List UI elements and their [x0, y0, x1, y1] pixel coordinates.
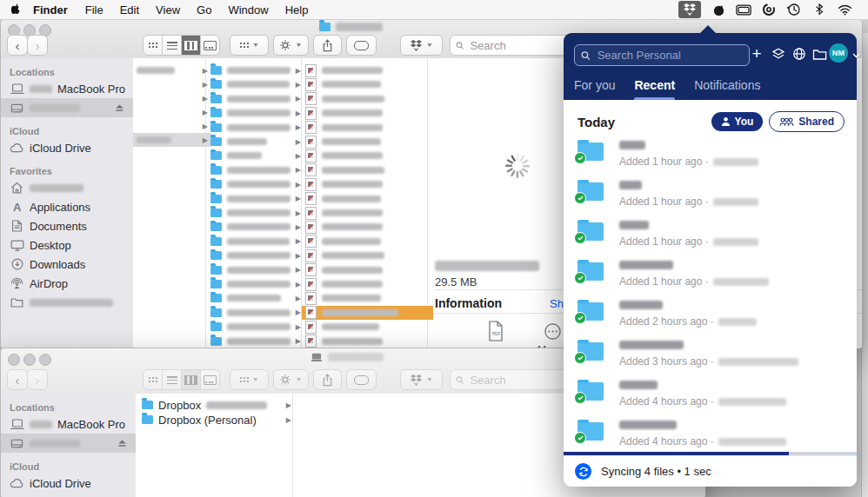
dropbox-toolbar-button[interactable]: ▼ — [400, 369, 443, 390]
folder-row[interactable]: ▶ — [208, 192, 304, 206]
file-row[interactable] — [302, 63, 433, 77]
sidebar-item-item[interactable] — [1, 434, 136, 453]
folder-row[interactable]: ▶ — [208, 306, 304, 320]
apple-menu-icon[interactable] — [9, 3, 24, 17]
action-menu-button[interactable]: ▼ — [273, 369, 309, 390]
search-input[interactable] — [468, 373, 567, 388]
column-view-button[interactable] — [182, 36, 201, 55]
file-row[interactable] — [302, 192, 433, 206]
forward-button[interactable]: › — [27, 369, 48, 390]
back-button[interactable]: ‹ — [7, 369, 28, 390]
file-row[interactable] — [302, 163, 433, 177]
tag-button[interactable] — [346, 35, 377, 56]
folder-row[interactable]: ▶ — [208, 92, 304, 106]
file-row[interactable] — [302, 277, 433, 291]
folder-row-dropbox[interactable]: Dropbox▶ — [139, 398, 294, 412]
column-view-button[interactable] — [182, 370, 201, 389]
sidebar-item-item[interactable] — [1, 178, 133, 197]
panel-search-input[interactable] — [596, 48, 743, 63]
folder-row[interactable]: ▶ — [208, 121, 304, 135]
file-row[interactable] — [302, 121, 433, 135]
recent-item[interactable]: Added 1 hour ago · — [564, 177, 857, 217]
plus-button[interactable]: + — [748, 45, 765, 63]
folder-row[interactable]: ▶ — [208, 149, 304, 162]
share-button[interactable] — [313, 369, 342, 390]
recent-item[interactable]: Added 1 hour ago · — [564, 137, 857, 177]
coverflow-view-button[interactable] — [201, 36, 219, 55]
sidebar-item-icloud-drive[interactable]: iCloud Drive — [1, 474, 136, 493]
panel-tab-for-you[interactable]: For you — [574, 78, 615, 100]
avatar[interactable]: NM — [829, 43, 848, 63]
file-row[interactable] — [302, 263, 433, 277]
menu-go[interactable]: Go — [197, 3, 211, 17]
column1-row[interactable]: ▶ — [133, 77, 211, 91]
file-row[interactable] — [302, 291, 433, 305]
menu-edit[interactable]: Edit — [120, 3, 139, 17]
filter-you-button[interactable]: You — [711, 112, 764, 131]
recent-item[interactable]: Added 1 hour ago · — [564, 257, 857, 297]
panel-tab-recent[interactable]: Recent — [634, 78, 675, 100]
folder-row[interactable]: ▶ — [208, 277, 304, 291]
folder-row[interactable]: ▶ — [208, 135, 304, 149]
group-by-button[interactable]: ▼ — [230, 369, 269, 390]
sidebar-item-macbook-pro[interactable]: MacBook Pro — [1, 79, 133, 98]
column1-row[interactable]: ▶ — [133, 105, 211, 119]
column1-row[interactable]: ▶ — [133, 119, 211, 133]
list-view-button[interactable] — [163, 370, 182, 389]
folder-row[interactable]: ▶ — [208, 77, 304, 91]
file-row[interactable] — [302, 220, 433, 234]
column1-row[interactable]: ▶ — [133, 91, 211, 105]
share-button[interactable] — [313, 35, 342, 56]
menu-help[interactable]: Help — [285, 3, 309, 17]
column1-row[interactable]: ▶ — [133, 63, 211, 77]
account-chevron[interactable] — [847, 47, 865, 64]
recent-item[interactable]: Added 4 hours ago · — [564, 377, 857, 417]
tag-button[interactable] — [346, 369, 377, 390]
icon-view-button[interactable] — [144, 370, 163, 389]
sidebar-item-documents[interactable]: Documents — [1, 216, 133, 235]
menu-file[interactable]: File — [85, 3, 103, 17]
panel-tab-notifications[interactable]: Notifications — [694, 78, 760, 100]
folder-row[interactable]: ▶ — [208, 335, 304, 348]
layers-button[interactable] — [770, 45, 787, 63]
bluetooth-menubar-icon[interactable] — [811, 3, 827, 17]
create-pdf-action[interactable]: PDF Create PDF — [470, 321, 522, 348]
minimize-button[interactable] — [23, 354, 36, 366]
action-menu-button[interactable]: ▼ — [273, 35, 309, 56]
menu-view[interactable]: View — [156, 3, 180, 17]
sidebar-item-item[interactable] — [1, 293, 133, 312]
file-row[interactable] — [302, 77, 433, 91]
file-row[interactable] — [302, 149, 433, 162]
file-row[interactable] — [302, 106, 433, 120]
recent-item[interactable]: Added 3 hours ago · — [564, 337, 857, 377]
file-row[interactable] — [302, 235, 433, 248]
file-row[interactable] — [302, 177, 433, 191]
recent-item[interactable]: Added 2 hours ago · — [564, 297, 857, 337]
file-row[interactable] — [302, 135, 433, 149]
panel-search-field[interactable] — [574, 44, 750, 66]
folder-row-dropbox-personal[interactable]: Dropbox (Personal)▶ — [139, 413, 294, 427]
list-view-button[interactable] — [163, 36, 182, 55]
group-by-button[interactable]: ▼ — [230, 35, 269, 56]
folder-row[interactable]: ▶ — [208, 235, 304, 248]
sidebar-item-applications[interactable]: AApplications — [1, 197, 133, 216]
folder-row[interactable]: ▶ — [208, 163, 304, 177]
display-menubar-icon[interactable] — [736, 3, 751, 17]
file-row[interactable] — [302, 306, 433, 320]
folder-row[interactable]: ▶ — [208, 177, 304, 191]
sidebar-item-item[interactable] — [1, 98, 133, 117]
folder-row[interactable]: ▶ — [208, 63, 304, 77]
eject-icon[interactable] — [117, 439, 127, 447]
creative-cloud-menubar-icon[interactable] — [761, 3, 777, 17]
recent-item[interactable]: Added 4 hours ago · — [564, 417, 857, 456]
time-machine-menubar-icon[interactable] — [786, 3, 802, 17]
folder-row[interactable]: ▶ — [208, 291, 304, 305]
forward-button[interactable]: › — [27, 35, 48, 56]
search-field[interactable] — [450, 369, 573, 390]
back-button[interactable]: ‹ — [7, 35, 28, 56]
sidebar-item-macbook-pro[interactable]: MacBook Pro — [1, 414, 136, 434]
coverflow-view-button[interactable] — [201, 370, 219, 389]
zoom-button[interactable] — [39, 354, 51, 366]
filter-shared-button[interactable]: Shared — [769, 111, 845, 132]
icon-view-button[interactable] — [144, 36, 163, 55]
